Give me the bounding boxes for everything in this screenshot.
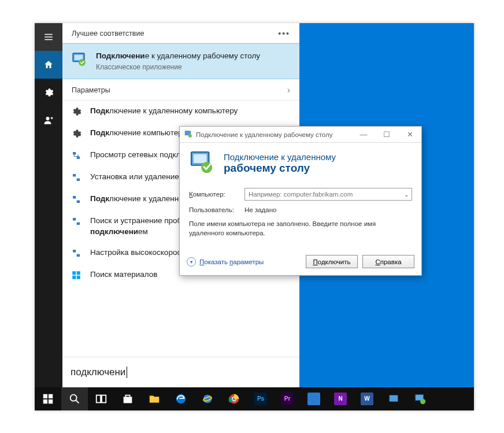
rdp-title-text: Подключение к удаленному рабочему столу [196,131,332,138]
file-explorer-icon[interactable] [141,387,168,410]
text-cursor [127,367,127,378]
rdp-icon [71,51,89,69]
rdp-dialog: Подключение к удаленному рабочему столу … [179,126,422,276]
chevron-down-icon[interactable]: ⌄ [401,191,412,198]
task-view-button[interactable] [88,387,114,410]
label-computer: Компьютер: [189,191,239,198]
rdp-title-icon [184,130,192,139]
validation-message: Поле имени компьютера не заполнено. Введ… [189,219,412,238]
rdp-large-icon [189,150,216,176]
gear-icon[interactable] [35,79,62,106]
svg-rect-20 [77,276,80,279]
rdp-head-line1: Подключение к удаленному [224,152,336,162]
search-button[interactable] [61,387,88,410]
onenote-icon[interactable]: N [327,387,354,410]
start-button[interactable] [35,387,61,410]
svg-rect-9 [73,174,76,177]
svg-point-30 [71,395,77,401]
svg-point-41 [420,399,425,404]
app-icon[interactable] [301,387,327,410]
svg-rect-19 [72,276,76,279]
svg-rect-17 [72,271,76,275]
user-icon[interactable] [35,106,62,134]
svg-point-22 [188,134,192,138]
network-icon [71,150,82,161]
home-icon[interactable] [35,51,62,79]
store-icon[interactable] [114,387,141,410]
best-match-text: Подключение к удаленному рабочему столу … [96,51,260,72]
svg-rect-31 [97,395,101,403]
search-input[interactable]: подключени [62,357,299,387]
show-options-link[interactable]: ▾ Показать параметры [187,257,264,267]
network-icon [71,194,82,205]
section-title: Лучшее соответствие [72,29,144,38]
close-button[interactable]: ✕ [398,127,421,143]
chevron-down-icon: ▾ [187,257,196,267]
connect-button[interactable]: Подключить [306,255,358,268]
gear-icon [71,106,82,117]
label-user: Пользователь: [189,206,239,213]
svg-rect-16 [77,254,80,257]
best-match-row[interactable]: Подключение к удаленному рабочему столу … [62,43,299,79]
svg-rect-8 [77,157,80,160]
svg-point-3 [46,117,50,120]
svg-rect-2 [45,39,53,40]
svg-rect-27 [49,394,53,398]
svg-rect-15 [73,250,76,253]
windows-logo-icon [71,269,82,281]
search-text: подключени [71,367,125,378]
network-icon [71,216,82,227]
svg-rect-18 [77,271,80,275]
svg-rect-39 [390,395,398,402]
section-header-best: Лучшее соответствие ••• [62,23,299,43]
edge-icon[interactable] [168,387,194,410]
svg-point-6 [79,59,86,66]
word-icon[interactable]: W [354,387,380,410]
svg-rect-13 [73,218,76,221]
svg-rect-7 [73,152,76,155]
svg-rect-0 [45,34,53,35]
svg-rect-24 [194,154,207,163]
rdp-header: Подключение к удаленному рабочему столу [180,143,421,182]
photoshop-icon[interactable]: Ps [247,387,274,410]
ie-icon[interactable] [194,387,221,410]
svg-rect-29 [49,399,53,404]
list-item[interactable]: Подключение к удаленному компьютеру [62,101,299,123]
svg-rect-12 [77,201,80,203]
svg-rect-32 [102,395,106,403]
rdp-taskbar-icon[interactable] [407,387,433,410]
premiere-icon[interactable]: Pr [274,387,301,410]
user-value: Не задано [244,206,276,213]
section-header-params[interactable]: Параметры › [62,79,299,101]
more-icon[interactable]: ••• [278,29,290,38]
network-icon [71,247,82,259]
minimize-button[interactable]: — [352,127,375,143]
network-icon [71,172,82,183]
app-icon[interactable] [380,387,407,410]
taskbar: Ps Pr N W [35,387,474,410]
svg-rect-1 [45,36,53,38]
hamburger-icon[interactable] [35,23,62,51]
chevron-right-icon: › [287,85,290,95]
svg-rect-14 [77,223,80,225]
rdp-head-line2: рабочему столу [224,162,336,175]
maximize-button[interactable]: ☐ [375,127,398,143]
section-title: Параметры [72,86,110,94]
gear-icon [71,128,82,139]
start-rail [35,23,62,387]
computer-input[interactable] [245,191,401,198]
svg-rect-10 [77,179,80,182]
chrome-icon[interactable] [221,387,247,410]
svg-rect-28 [43,399,47,404]
svg-rect-26 [43,394,47,398]
svg-rect-11 [73,196,76,199]
rdp-titlebar[interactable]: Подключение к удаленному рабочему столу … [180,127,421,143]
computer-combo[interactable]: ⌄ [244,188,412,201]
help-button[interactable]: Справка [362,255,414,268]
